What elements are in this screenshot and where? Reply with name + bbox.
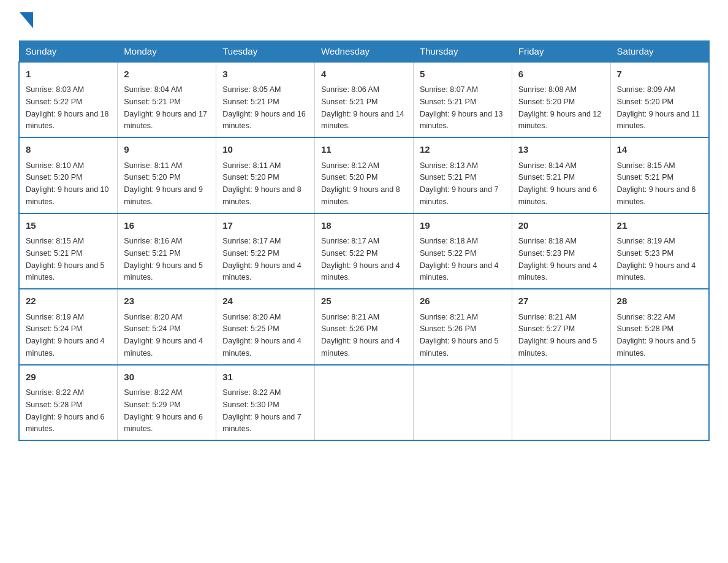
day-info: Sunrise: 8:03 AMSunset: 5:22 PMDaylight:…	[26, 85, 109, 130]
calendar-cell: 27Sunrise: 8:21 AMSunset: 5:27 PMDayligh…	[512, 289, 610, 365]
day-number: 29	[26, 370, 111, 385]
calendar-cell: 4Sunrise: 8:06 AMSunset: 5:21 PMDaylight…	[315, 62, 414, 138]
day-info: Sunrise: 8:07 AMSunset: 5:21 PMDaylight:…	[420, 85, 503, 130]
day-number: 10	[222, 143, 308, 157]
calendar-cell	[512, 365, 610, 441]
calendar-week-row: 29Sunrise: 8:22 AMSunset: 5:28 PMDayligh…	[19, 365, 709, 441]
day-info: Sunrise: 8:15 AMSunset: 5:21 PMDaylight:…	[26, 237, 105, 282]
day-header-friday: Friday	[512, 40, 610, 62]
day-info: Sunrise: 8:16 AMSunset: 5:21 PMDaylight:…	[124, 237, 203, 282]
day-number: 14	[617, 143, 702, 157]
calendar-week-row: 15Sunrise: 8:15 AMSunset: 5:21 PMDayligh…	[19, 213, 709, 289]
day-number: 13	[518, 143, 604, 157]
day-header-wednesday: Wednesday	[315, 40, 414, 62]
calendar-cell	[413, 365, 512, 441]
day-number: 9	[124, 143, 210, 157]
calendar-week-row: 22Sunrise: 8:19 AMSunset: 5:24 PMDayligh…	[19, 289, 709, 365]
day-number: 28	[617, 294, 702, 308]
day-info: Sunrise: 8:22 AMSunset: 5:28 PMDaylight:…	[26, 388, 105, 433]
calendar-cell: 30Sunrise: 8:22 AMSunset: 5:29 PMDayligh…	[118, 365, 216, 441]
day-info: Sunrise: 8:21 AMSunset: 5:26 PMDaylight:…	[420, 313, 499, 358]
calendar-cell: 25Sunrise: 8:21 AMSunset: 5:26 PMDayligh…	[315, 289, 414, 365]
day-number: 1	[26, 67, 111, 82]
calendar-cell: 31Sunrise: 8:22 AMSunset: 5:30 PMDayligh…	[216, 365, 315, 441]
day-number: 22	[26, 294, 111, 308]
logo-triangle-icon	[20, 12, 33, 28]
day-number: 23	[124, 294, 210, 308]
day-info: Sunrise: 8:10 AMSunset: 5:20 PMDaylight:…	[26, 161, 109, 206]
calendar-cell	[610, 365, 709, 441]
calendar-week-row: 8Sunrise: 8:10 AMSunset: 5:20 PMDaylight…	[19, 137, 709, 213]
calendar-cell: 21Sunrise: 8:19 AMSunset: 5:23 PMDayligh…	[610, 213, 709, 289]
day-number: 15	[26, 219, 111, 233]
calendar-cell: 18Sunrise: 8:17 AMSunset: 5:22 PMDayligh…	[315, 213, 414, 289]
day-number: 4	[321, 67, 407, 82]
day-info: Sunrise: 8:06 AMSunset: 5:21 PMDaylight:…	[321, 85, 404, 130]
day-number: 30	[124, 370, 210, 385]
day-number: 3	[222, 67, 308, 82]
day-info: Sunrise: 8:17 AMSunset: 5:22 PMDaylight:…	[222, 237, 301, 282]
calendar-cell: 3Sunrise: 8:05 AMSunset: 5:21 PMDaylight…	[216, 62, 315, 138]
calendar-cell: 1Sunrise: 8:03 AMSunset: 5:22 PMDaylight…	[19, 62, 118, 138]
day-number: 25	[321, 294, 407, 308]
day-number: 6	[518, 67, 604, 82]
calendar-cell: 7Sunrise: 8:09 AMSunset: 5:20 PMDaylight…	[610, 62, 709, 138]
day-number: 26	[420, 294, 506, 308]
calendar-cell: 17Sunrise: 8:17 AMSunset: 5:22 PMDayligh…	[216, 213, 315, 289]
day-number: 5	[420, 67, 506, 82]
page-header	[18, 12, 710, 31]
day-info: Sunrise: 8:17 AMSunset: 5:22 PMDaylight:…	[321, 237, 400, 282]
calendar-cell: 2Sunrise: 8:04 AMSunset: 5:21 PMDaylight…	[118, 62, 216, 138]
calendar-cell: 15Sunrise: 8:15 AMSunset: 5:21 PMDayligh…	[19, 213, 118, 289]
calendar-cell: 22Sunrise: 8:19 AMSunset: 5:24 PMDayligh…	[19, 289, 118, 365]
day-number: 18	[321, 219, 407, 233]
day-info: Sunrise: 8:11 AMSunset: 5:20 PMDaylight:…	[124, 161, 203, 206]
day-info: Sunrise: 8:08 AMSunset: 5:20 PMDaylight:…	[518, 85, 602, 130]
calendar-cell: 13Sunrise: 8:14 AMSunset: 5:21 PMDayligh…	[512, 137, 610, 213]
day-number: 7	[617, 67, 702, 82]
day-info: Sunrise: 8:14 AMSunset: 5:21 PMDaylight:…	[518, 161, 597, 206]
day-header-tuesday: Tuesday	[216, 40, 315, 62]
day-info: Sunrise: 8:19 AMSunset: 5:23 PMDaylight:…	[617, 237, 696, 282]
day-number: 2	[124, 67, 210, 82]
calendar-cell: 9Sunrise: 8:11 AMSunset: 5:20 PMDaylight…	[118, 137, 216, 213]
day-number: 24	[222, 294, 308, 308]
day-info: Sunrise: 8:11 AMSunset: 5:20 PMDaylight:…	[222, 161, 301, 206]
calendar-cell	[315, 365, 414, 441]
day-info: Sunrise: 8:22 AMSunset: 5:28 PMDaylight:…	[617, 313, 696, 358]
day-number: 11	[321, 143, 407, 157]
day-info: Sunrise: 8:18 AMSunset: 5:23 PMDaylight:…	[518, 237, 597, 282]
calendar-cell: 5Sunrise: 8:07 AMSunset: 5:21 PMDaylight…	[413, 62, 512, 138]
calendar-cell: 16Sunrise: 8:16 AMSunset: 5:21 PMDayligh…	[118, 213, 216, 289]
day-info: Sunrise: 8:22 AMSunset: 5:30 PMDaylight:…	[222, 388, 301, 433]
day-header-saturday: Saturday	[610, 40, 709, 62]
calendar-cell: 26Sunrise: 8:21 AMSunset: 5:26 PMDayligh…	[413, 289, 512, 365]
calendar-cell: 29Sunrise: 8:22 AMSunset: 5:28 PMDayligh…	[19, 365, 118, 441]
calendar-cell: 8Sunrise: 8:10 AMSunset: 5:20 PMDaylight…	[19, 137, 118, 213]
calendar-cell: 12Sunrise: 8:13 AMSunset: 5:21 PMDayligh…	[413, 137, 512, 213]
logo	[18, 12, 33, 31]
day-info: Sunrise: 8:22 AMSunset: 5:29 PMDaylight:…	[124, 388, 203, 433]
calendar-week-row: 1Sunrise: 8:03 AMSunset: 5:22 PMDaylight…	[19, 62, 709, 138]
day-number: 16	[124, 219, 210, 233]
calendar-cell: 11Sunrise: 8:12 AMSunset: 5:20 PMDayligh…	[315, 137, 414, 213]
day-number: 17	[222, 219, 308, 233]
day-info: Sunrise: 8:13 AMSunset: 5:21 PMDaylight:…	[420, 161, 499, 206]
calendar-cell: 10Sunrise: 8:11 AMSunset: 5:20 PMDayligh…	[216, 137, 315, 213]
day-number: 20	[518, 219, 604, 233]
day-header-sunday: Sunday	[19, 40, 118, 62]
calendar-cell: 20Sunrise: 8:18 AMSunset: 5:23 PMDayligh…	[512, 213, 610, 289]
day-info: Sunrise: 8:15 AMSunset: 5:21 PMDaylight:…	[617, 161, 696, 206]
day-number: 19	[420, 219, 506, 233]
day-header-thursday: Thursday	[413, 40, 512, 62]
day-info: Sunrise: 8:21 AMSunset: 5:26 PMDaylight:…	[321, 313, 400, 358]
day-header-monday: Monday	[118, 40, 216, 62]
day-number: 31	[222, 370, 308, 385]
day-info: Sunrise: 8:20 AMSunset: 5:25 PMDaylight:…	[222, 313, 301, 358]
day-number: 12	[420, 143, 506, 157]
calendar-cell: 6Sunrise: 8:08 AMSunset: 5:20 PMDaylight…	[512, 62, 610, 138]
svg-marker-0	[20, 12, 33, 28]
calendar-cell: 24Sunrise: 8:20 AMSunset: 5:25 PMDayligh…	[216, 289, 315, 365]
day-info: Sunrise: 8:04 AMSunset: 5:21 PMDaylight:…	[124, 85, 207, 130]
calendar-cell: 19Sunrise: 8:18 AMSunset: 5:22 PMDayligh…	[413, 213, 512, 289]
